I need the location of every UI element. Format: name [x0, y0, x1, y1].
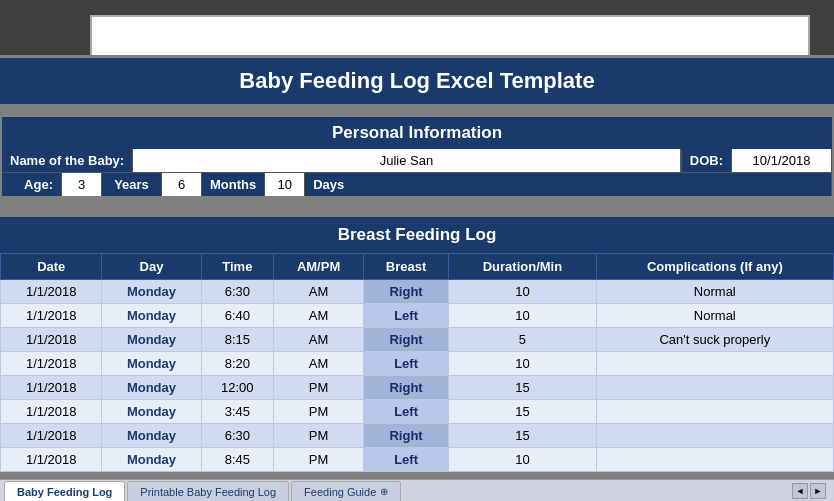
age-years-unit: Years [102, 173, 162, 196]
col-ampm: AM/PM [274, 254, 364, 280]
top-bar [0, 0, 834, 55]
cell-day[interactable]: Monday [102, 448, 201, 472]
spacer1 [0, 107, 834, 115]
name-dob-row: Name of the Baby: Julie San DOB: 10/1/20… [2, 149, 832, 172]
cell-day[interactable]: Monday [102, 328, 201, 352]
cell-breast[interactable]: Left [363, 400, 448, 424]
cell-date[interactable]: 1/1/2018 [1, 352, 102, 376]
table-row: 1/1/2018 Monday 6:30 AM Right 10 Normal [1, 280, 834, 304]
col-date: Date [1, 254, 102, 280]
cell-time[interactable]: 6:40 [201, 304, 274, 328]
cell-ampm[interactable]: PM [274, 448, 364, 472]
cell-ampm[interactable]: AM [274, 328, 364, 352]
cell-breast[interactable]: Left [363, 304, 448, 328]
tab-printable-baby-feeding-log[interactable]: Printable Baby Feeding Log [127, 481, 289, 501]
cell-day[interactable]: Monday [102, 376, 201, 400]
cell-complications[interactable]: Normal [596, 304, 833, 328]
cell-date[interactable]: 1/1/2018 [1, 304, 102, 328]
table-header-row: Date Day Time AM/PM Breast Duration/Min … [1, 254, 834, 280]
cell-day[interactable]: Monday [102, 280, 201, 304]
cell-duration[interactable]: 15 [449, 400, 596, 424]
cell-complications[interactable] [596, 376, 833, 400]
dob-section: DOB: 10/1/2018 [681, 149, 832, 172]
cell-date[interactable]: 1/1/2018 [1, 328, 102, 352]
table-row: 1/1/2018 Monday 8:15 AM Right 5 Can't su… [1, 328, 834, 352]
personal-info-section: Personal Information Name of the Baby: J… [0, 115, 834, 198]
age-years-num[interactable]: 3 [62, 173, 102, 196]
log-table-container: Date Day Time AM/PM Breast Duration/Min … [0, 253, 834, 472]
cell-duration[interactable]: 15 [449, 424, 596, 448]
cell-ampm[interactable]: AM [274, 280, 364, 304]
age-months-unit: Months [202, 173, 265, 196]
age-row: Age: 3 Years 6 Months 10 Days [2, 172, 832, 196]
cell-breast[interactable]: Left [363, 352, 448, 376]
cell-complications[interactable]: Normal [596, 280, 833, 304]
col-day: Day [102, 254, 201, 280]
cell-day[interactable]: Monday [102, 304, 201, 328]
cell-duration[interactable]: 10 [449, 352, 596, 376]
cell-duration[interactable]: 5 [449, 328, 596, 352]
cell-day[interactable]: Monday [102, 424, 201, 448]
cell-date[interactable]: 1/1/2018 [1, 400, 102, 424]
col-complications: Complications (If any) [596, 254, 833, 280]
cell-date[interactable]: 1/1/2018 [1, 280, 102, 304]
cell-duration[interactable]: 10 [449, 280, 596, 304]
cell-time[interactable]: 6:30 [201, 280, 274, 304]
spacer2 [0, 198, 834, 206]
cell-time[interactable]: 3:45 [201, 400, 274, 424]
cell-breast[interactable]: Right [363, 328, 448, 352]
cell-time[interactable]: 8:45 [201, 448, 274, 472]
cell-complications[interactable]: Can't suck properly [596, 328, 833, 352]
cell-day[interactable]: Monday [102, 352, 201, 376]
cell-ampm[interactable]: AM [274, 304, 364, 328]
cell-day[interactable]: Monday [102, 400, 201, 424]
tab-feeding-guide[interactable]: Feeding Guide ⊕ [291, 481, 401, 501]
name-label: Name of the Baby: [2, 149, 133, 172]
cell-breast[interactable]: Right [363, 280, 448, 304]
table-row: 1/1/2018 Monday 6:30 PM Right 15 [1, 424, 834, 448]
tab-scroll-arrows: ◄ ► [792, 483, 826, 499]
spreadsheet-title: Baby Feeding Log Excel Template [0, 55, 834, 107]
scroll-left-arrow[interactable]: ◄ [792, 483, 808, 499]
cell-breast[interactable]: Right [363, 376, 448, 400]
cell-complications[interactable] [596, 400, 833, 424]
table-row: 1/1/2018 Monday 12:00 PM Right 15 [1, 376, 834, 400]
cell-breast[interactable]: Right [363, 424, 448, 448]
col-time: Time [201, 254, 274, 280]
cell-complications[interactable] [596, 424, 833, 448]
cell-date[interactable]: 1/1/2018 [1, 376, 102, 400]
col-breast: Breast [363, 254, 448, 280]
cell-date[interactable]: 1/1/2018 [1, 448, 102, 472]
cell-complications[interactable] [596, 352, 833, 376]
tab-baby-feeding-log[interactable]: Baby Feeding Log [4, 481, 125, 501]
cell-time[interactable]: 8:15 [201, 328, 274, 352]
dob-value[interactable]: 10/1/2018 [732, 149, 832, 172]
table-row: 1/1/2018 Monday 8:20 AM Left 10 [1, 352, 834, 376]
cell-complications[interactable] [596, 448, 833, 472]
cell-duration[interactable]: 10 [449, 448, 596, 472]
feeding-log-table: Date Day Time AM/PM Breast Duration/Min … [0, 253, 834, 472]
dob-label: DOB: [682, 149, 732, 172]
cell-ampm[interactable]: PM [274, 376, 364, 400]
scroll-right-arrow[interactable]: ► [810, 483, 826, 499]
cell-date[interactable]: 1/1/2018 [1, 424, 102, 448]
cell-ampm[interactable]: PM [274, 424, 364, 448]
cell-time[interactable]: 8:20 [201, 352, 274, 376]
cell-time[interactable]: 6:30 [201, 424, 274, 448]
table-row: 1/1/2018 Monday 3:45 PM Left 15 [1, 400, 834, 424]
table-row: 1/1/2018 Monday 6:40 AM Left 10 Normal [1, 304, 834, 328]
cell-duration[interactable]: 10 [449, 304, 596, 328]
breast-log-title: Breast Feeding Log [0, 214, 834, 253]
tab-icon: ⊕ [380, 486, 388, 497]
personal-info-title: Personal Information [2, 117, 832, 149]
age-days-num[interactable]: 10 [265, 173, 305, 196]
cell-time[interactable]: 12:00 [201, 376, 274, 400]
name-value[interactable]: Julie San [133, 149, 681, 172]
cell-ampm[interactable]: AM [274, 352, 364, 376]
cell-ampm[interactable]: PM [274, 400, 364, 424]
title-text: Baby Feeding Log Excel Template [239, 68, 594, 93]
cell-breast[interactable]: Left [363, 448, 448, 472]
cell-duration[interactable]: 15 [449, 376, 596, 400]
col-duration: Duration/Min [449, 254, 596, 280]
age-months-num[interactable]: 6 [162, 173, 202, 196]
